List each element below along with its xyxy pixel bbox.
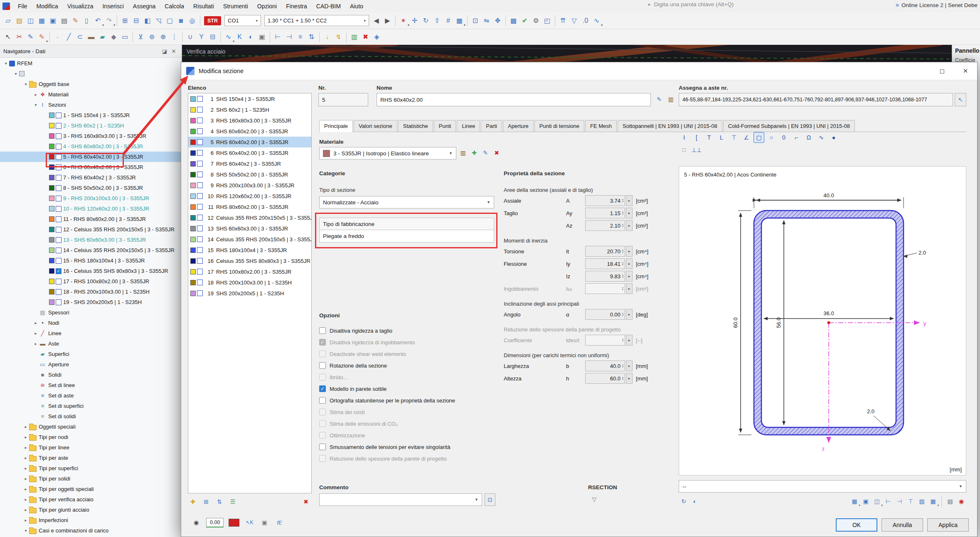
- section-list-item[interactable]: 10RHS 120x60x2.00 | 3 - S355JR: [188, 191, 311, 201]
- spinner-icon[interactable]: ▴▾: [622, 249, 623, 253]
- pin-icon[interactable]: ◪: [160, 47, 169, 56]
- tree-expander-icon[interactable]: ▸: [32, 341, 39, 346]
- tree-item[interactable]: ▸Tipi per aste: [0, 453, 182, 463]
- menu-finestra[interactable]: Finestra: [281, 1, 312, 12]
- tree-item[interactable]: ▸•Nodi: [0, 318, 182, 328]
- print-preview-icon[interactable]: ▤: [945, 496, 955, 506]
- tree-item[interactable]: 7 - RHS 60x40x2 | 3 - S355JR: [0, 172, 182, 183]
- dialog-tab[interactable]: Principale: [319, 120, 353, 132]
- menu-file[interactable]: File: [13, 1, 32, 12]
- spinner-icon[interactable]: ▴▾: [622, 223, 623, 228]
- dialog-tab[interactable]: Aperture: [503, 120, 534, 132]
- z-section-icon[interactable]: ⌐: [791, 132, 802, 143]
- tables-icon[interactable]: ▦: [36, 15, 47, 26]
- section-list-item[interactable]: 3RHS 160x80x3.00 | 3 - S355JR: [188, 115, 311, 126]
- corner-section-icon[interactable]: ∠: [741, 132, 752, 143]
- angle-section-icon[interactable]: L: [716, 132, 727, 143]
- new-node-icon[interactable]: ∙: [52, 31, 63, 42]
- next-loadcase-icon[interactable]: ▶: [382, 15, 393, 26]
- save-icon[interactable]: ▣: [47, 15, 59, 26]
- material-library-button[interactable]: ▥: [458, 148, 468, 158]
- dimension-left-icon[interactable]: ⊢: [272, 31, 283, 42]
- tipo-fabbricazione-value-row[interactable]: Piegate a freddo: [319, 230, 494, 243]
- calculate-icon[interactable]: ▩: [508, 15, 519, 26]
- color-scale-icon[interactable]: ▥: [349, 31, 360, 42]
- t-section-icon[interactable]: T: [704, 132, 714, 143]
- tree-expander-icon[interactable]: ▸: [22, 508, 29, 512]
- tree-item[interactable]: ▰Superfici: [0, 349, 182, 359]
- dots-section-icon[interactable]: ∷: [679, 145, 689, 155]
- commento-select[interactable]: ▼: [319, 493, 482, 506]
- loads-icon[interactable]: ⇈: [557, 15, 569, 26]
- round-bar-icon[interactable]: ●: [828, 132, 839, 143]
- edit-pencil-icon[interactable]: ✎: [25, 31, 36, 42]
- spinner-icon[interactable]: ▴▾: [622, 199, 623, 203]
- property-value-input[interactable]: 3.74▴▾: [585, 195, 625, 206]
- tree-item[interactable]: ▸Imperfezioni: [0, 515, 182, 525]
- menu-opzioni[interactable]: Opzioni: [253, 1, 281, 12]
- tree-item[interactable]: ≡Set di superfici: [0, 401, 182, 411]
- tree-item[interactable]: ▸╱Linee: [0, 328, 182, 338]
- section-list-item[interactable]: 12Celsius 355 RHS 200x150x5 | 3 - S355JR: [188, 212, 311, 223]
- tree-item[interactable]: ▭Aperture: [0, 359, 182, 370]
- menu-calcola[interactable]: Calcola: [160, 1, 189, 12]
- tree-item[interactable]: 1 - SHS 150x4 | 3 - S355JR: [0, 110, 182, 120]
- property-value-input[interactable]: 0.00▴▾: [585, 309, 625, 320]
- details-button[interactable]: ◉: [191, 517, 201, 527]
- rename-section-button[interactable]: ✎: [654, 94, 664, 104]
- tree-item[interactable]: ▾: [0, 69, 182, 79]
- new-section-button[interactable]: ✚: [188, 497, 198, 507]
- zoom-reset-icon[interactable]: ◉: [956, 496, 966, 506]
- display-button[interactable]: ▣: [259, 517, 269, 527]
- section-library-button[interactable]: ▥: [666, 94, 676, 104]
- tree-item[interactable]: ▸Tipi per verifica acciaio: [0, 494, 182, 505]
- detail-button[interactable]: ▸: [626, 258, 633, 269]
- property-value-input[interactable]: 20.70▴▾: [585, 246, 625, 257]
- delete-icon[interactable]: ✖: [360, 31, 371, 42]
- rotate-view-icon[interactable]: ↻: [420, 15, 431, 26]
- section-list-item[interactable]: 11RHS 80x60x2.00 | 3 - S355JR: [188, 201, 311, 212]
- refresh-preview-icon[interactable]: ↻: [679, 496, 689, 506]
- spinner-icon[interactable]: ▴▾: [622, 376, 623, 380]
- window-tile-icon[interactable]: ⊟: [131, 15, 142, 26]
- pipe-section-icon[interactable]: 0: [778, 132, 789, 143]
- annulla-button[interactable]: Annulla: [882, 518, 923, 532]
- detail-button[interactable]: ▸: [626, 246, 633, 257]
- section-list-item[interactable]: 18RHS 200x100x3.00 | 1 - S235H: [188, 277, 311, 288]
- chs-section-icon[interactable]: ○: [766, 132, 777, 143]
- tree-item[interactable]: 18 - RHS 200x100x3.00 | 1 - S235H: [0, 287, 182, 297]
- checkbox[interactable]: [319, 397, 326, 404]
- property-value-input[interactable]: 40.0▴▾: [585, 360, 625, 371]
- tree-item[interactable]: ▸▬Aste: [0, 338, 182, 349]
- cut-icon[interactable]: ✂: [14, 31, 25, 42]
- formula-button[interactable]: fE: [274, 517, 284, 527]
- copy-object-icon[interactable]: ⊡: [470, 15, 481, 26]
- tree-expander-icon[interactable]: ▾: [2, 61, 9, 66]
- option-row[interactable]: Smussamento delle tensioni per evitare s…: [319, 441, 498, 453]
- spinner-icon[interactable]: ▴▾: [622, 312, 623, 316]
- arrow-down-icon[interactable]: ↓: [322, 31, 333, 42]
- tee-up-section-icon[interactable]: ⊤: [729, 132, 739, 143]
- tree-expander-icon[interactable]: ▾: [22, 82, 29, 86]
- favorites-icon[interactable]: ✶▾: [398, 15, 409, 26]
- option-row[interactable]: Rotazione della sezione: [319, 360, 498, 371]
- tree-item[interactable]: 14 - Celsius 355 RHS 200x150x5 | 3 - S35…: [0, 245, 182, 255]
- load-combo-select[interactable]: 1.30 * CC1 + 1.50 * CC2▾: [264, 15, 369, 26]
- tree-item[interactable]: ✓16 - Celsius 355 SHS 80x80x3 | 3 - S355…: [0, 266, 182, 276]
- tree-item[interactable]: 17 - RHS 100x80x2.00 | 3 - S355JR: [0, 276, 182, 287]
- applica-button[interactable]: Applica: [927, 518, 969, 532]
- tree-expander-icon[interactable]: ▸: [32, 321, 39, 325]
- new-surface-icon[interactable]: ▰: [97, 31, 108, 42]
- option-row[interactable]: Ortografia statunitense per le proprietà…: [319, 395, 498, 406]
- dialog-titlebar[interactable]: Modifica sezione ◻ ✕: [181, 62, 977, 80]
- dialog-tab[interactable]: Cold-Formed Subpanels | EN 1993 | UNI | …: [723, 120, 855, 132]
- section-list-item[interactable]: 19SHS 200x200x5 | 1 - S235H: [188, 288, 311, 299]
- double-angle-icon[interactable]: ⊥⊥: [691, 145, 702, 155]
- close-navigator-button[interactable]: ✕: [169, 47, 178, 56]
- new-solid-icon[interactable]: ◆: [108, 31, 119, 42]
- move-icon[interactable]: ✥: [492, 15, 503, 26]
- section-list-item[interactable]: 6RHS 60x40x2.00 | 3 - S355JR: [188, 147, 311, 158]
- sigma-section-icon[interactable]: ∿: [816, 132, 827, 143]
- support-icon[interactable]: ⊻: [135, 31, 146, 42]
- tree-expander-icon[interactable]: ▸: [22, 487, 29, 491]
